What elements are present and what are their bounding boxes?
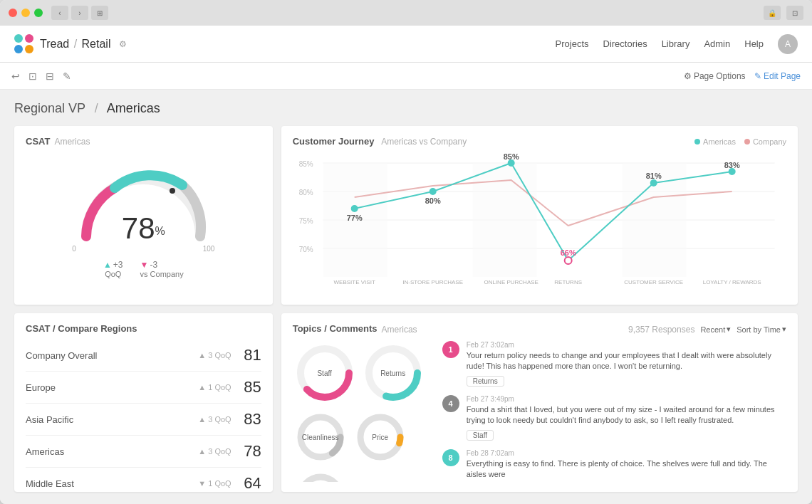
- donut-staff-label: Staff: [317, 369, 331, 377]
- topics-title: Topics / Comments: [293, 323, 378, 334]
- page-options-button[interactable]: ⚙ Page Options: [684, 71, 746, 81]
- compare-title: CSAT / Compare Regions: [26, 323, 137, 334]
- compare-card: CSAT / Compare Regions Company Overall ▲…: [14, 313, 273, 492]
- svg-text:66%: 66%: [560, 248, 576, 257]
- svg-text:80%: 80%: [425, 196, 440, 205]
- comment-item-1: 1 Feb 27 3:02am Your return policy needs…: [442, 341, 786, 387]
- brand-name: Tread / Retail: [40, 38, 110, 51]
- csat-title: CSAT: [26, 136, 50, 147]
- undo-icon[interactable]: ↩: [11, 70, 20, 82]
- close-button[interactable]: [9, 9, 17, 17]
- topics-comments: 1 Feb 27 3:02am Your return policy needs…: [442, 341, 786, 482]
- edit-icon[interactable]: ✎: [63, 70, 71, 82]
- journey-legend: Americas Company: [694, 137, 786, 146]
- navbar-links: Projects Directories Library Admin Help …: [556, 34, 798, 54]
- copy-icon[interactable]: ⊟: [46, 70, 54, 82]
- donut-cleanliness-label: Cleanliness: [302, 434, 339, 441]
- compare-delta-mideast: ▼ 1 QoQ: [198, 479, 231, 488]
- comment-body-3: Feb 28 7:02am Everything is easy to find…: [467, 449, 786, 482]
- svg-text:ONLINE PURCHASE: ONLINE PURCHASE: [484, 279, 538, 285]
- maximize-button[interactable]: [34, 9, 43, 17]
- compare-delta-company: ▲ 3 QoQ: [198, 351, 231, 359]
- svg-text:IN-STORE PURCHASE: IN-STORE PURCHASE: [402, 279, 463, 285]
- donut-staff: Staff: [293, 341, 357, 405]
- logo-dot-teal: [14, 34, 23, 43]
- gauge-max: 100: [203, 245, 215, 253]
- settings-icon[interactable]: ⚙: [119, 39, 127, 49]
- svg-text:80%: 80%: [298, 189, 313, 196]
- topics-header: Topics / Comments Americas 9,357 Respons…: [293, 323, 786, 335]
- donut-cleanliness: Cleanliness: [293, 409, 348, 465]
- legend-dot-americas: [694, 139, 700, 145]
- topics-sort: Recent ▾ Sort by Time ▾: [700, 325, 786, 334]
- user-avatar[interactable]: A: [778, 34, 798, 54]
- comment-tag-2[interactable]: Staff: [467, 430, 494, 441]
- nav-library[interactable]: Library: [662, 38, 690, 49]
- logo-dot-orange: [25, 45, 33, 53]
- legend-company: Company: [744, 137, 786, 146]
- csat-subtitle: Americas: [54, 137, 90, 147]
- gauge-value: 78%: [122, 214, 165, 243]
- compare-value-europe: 85: [239, 378, 261, 397]
- comment-body-1: Feb 27 3:02am Your return policy needs t…: [467, 341, 786, 387]
- sort-time-button[interactable]: Sort by Time ▾: [736, 325, 786, 334]
- journey-card: Customer Journey Americas vs Company Ame…: [281, 126, 798, 305]
- titlebar: ‹ › ⊞ 🔒 ⊡: [0, 0, 812, 26]
- qoq-arrow-icon: ▲: [103, 260, 112, 270]
- compare-value-mideast: 64: [239, 474, 261, 492]
- sort-recent-button[interactable]: Recent ▾: [700, 325, 731, 334]
- donut-returns: Returns: [361, 341, 425, 405]
- nav-projects[interactable]: Projects: [556, 38, 589, 49]
- toolbar-left: ↩ ⊡ ⊟ ✎: [11, 70, 71, 82]
- logo-dot-blue: [14, 45, 23, 53]
- donut-price: Price: [353, 409, 408, 465]
- donut-returns-label: Returns: [380, 369, 405, 377]
- comment-meta-2: Feb 27 3:49pm: [467, 395, 786, 403]
- navbar: Tread / Retail ⚙ Projects Directories Li…: [0, 26, 812, 63]
- compare-row-asia: Asia Pacific ▲ 3 QoQ 83: [26, 404, 261, 436]
- compare-delta-europe: ▲ 1 QoQ: [198, 383, 231, 392]
- dashboard-grid: CSAT Americas: [14, 126, 798, 492]
- legend-americas: Americas: [694, 137, 736, 146]
- forward-button[interactable]: ›: [71, 6, 88, 20]
- comment-meta-1: Feb 27 3:02am: [467, 341, 786, 349]
- compare-delta-asia: ▲ 3 QoQ: [198, 415, 231, 424]
- grid-button[interactable]: ⊞: [91, 6, 108, 20]
- back-button[interactable]: ‹: [51, 6, 68, 20]
- qoq-stat: ▲ +3 QoQ: [103, 260, 123, 278]
- nav-help[interactable]: Help: [744, 38, 764, 49]
- journey-title: Customer Journey: [293, 136, 375, 147]
- gauge-wrap: 78%: [72, 165, 214, 243]
- comment-text-3: Everything is easy to find. There is ple…: [467, 458, 786, 481]
- nav-admin[interactable]: Admin: [704, 38, 730, 49]
- compare-label-asia: Asia Pacific: [26, 414, 198, 425]
- journey-subtitle: Americas vs Company: [381, 137, 467, 147]
- journey-chart-svg: 85% 80% 75% 70%: [293, 152, 786, 295]
- save-icon[interactable]: ⊡: [28, 70, 37, 82]
- comment-avatar-3: 8: [442, 449, 459, 466]
- compare-value-americas: 78: [239, 442, 261, 461]
- minimize-button[interactable]: [21, 9, 30, 17]
- svg-text:WEBSITE VISIT: WEBSITE VISIT: [333, 279, 375, 285]
- compare-label-company: Company Overall: [26, 350, 198, 361]
- expand-icon[interactable]: ⊡: [786, 6, 803, 20]
- compare-label-mideast: Middle East: [26, 478, 198, 489]
- breadcrumb: Regional VP / Americas: [14, 101, 798, 116]
- svg-text:81%: 81%: [645, 172, 661, 180]
- svg-text:70%: 70%: [298, 246, 313, 253]
- comment-tag-1[interactable]: Returns: [467, 376, 504, 387]
- edit-page-button[interactable]: ✎ Edit Page: [754, 71, 801, 81]
- gauge-percent: %: [155, 224, 165, 236]
- csat-card: CSAT Americas: [14, 126, 273, 305]
- nav-directories[interactable]: Directories: [603, 38, 647, 49]
- donut-price-label: Price: [372, 434, 388, 441]
- legend-dot-company: [744, 139, 750, 145]
- titlebar-actions: 🔒 ⊡: [764, 6, 803, 20]
- topics-card: Topics / Comments Americas 9,357 Respons…: [281, 313, 798, 492]
- comment-item-2: 4 Feb 27 3:49pm Found a shirt that I lov…: [442, 395, 786, 441]
- toolbar: ↩ ⊡ ⊟ ✎ ⚙ Page Options ✎ Edit Page: [0, 63, 812, 90]
- gauge-number: 78: [122, 211, 155, 245]
- svg-text:75%: 75%: [298, 217, 313, 225]
- svg-point-12: [350, 205, 358, 212]
- compare-delta-americas: ▲ 3 QoQ: [198, 447, 231, 456]
